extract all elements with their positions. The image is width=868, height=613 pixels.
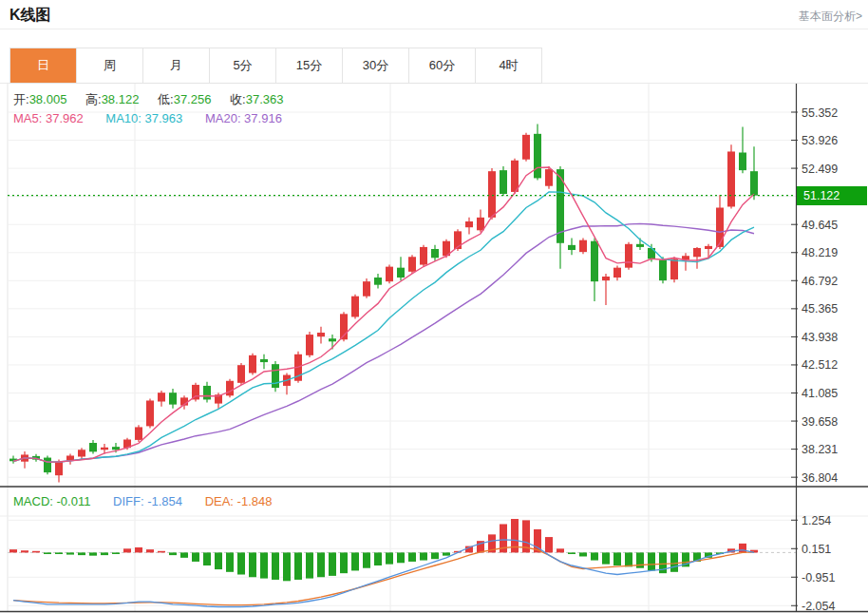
candle[interactable] [659,257,667,283]
candle[interactable] [9,455,17,463]
macd-bar [55,552,63,554]
macd-bar [557,548,564,552]
candle[interactable] [591,239,598,301]
candle[interactable] [420,245,427,267]
candle[interactable] [397,257,405,280]
candle[interactable] [169,389,177,409]
candle[interactable] [363,278,370,298]
ohlc-legend: 开:38.005 高:38.122 低:37.256 收:37.363 [13,91,298,108]
macd-bar [613,552,621,565]
candle[interactable] [625,242,632,270]
tab-15min[interactable]: 15分 [276,48,343,83]
ma20-line [13,223,754,462]
candle[interactable] [534,124,541,180]
tab-day[interactable]: 日 [10,48,77,83]
candle[interactable] [146,398,154,428]
tab-30min[interactable]: 30分 [343,48,409,83]
macd-bar [443,552,450,555]
price-tick-label: 46.792 [802,275,838,288]
tab-week[interactable]: 周 [77,48,143,83]
candle[interactable] [431,245,439,261]
candle[interactable] [465,218,473,235]
candle[interactable] [226,379,234,398]
candle[interactable] [21,451,28,469]
candle[interactable] [237,363,245,385]
candle[interactable] [306,332,313,357]
macd-tick-label: -2.054 [802,600,835,613]
macd-bar [135,547,142,552]
macd-bar [397,552,405,563]
candle[interactable] [454,229,462,251]
open-label: 开: [13,92,29,106]
candle[interactable] [283,373,291,394]
macd-bar [648,552,655,570]
candle[interactable] [260,354,268,370]
macd-bar [602,552,610,564]
candle[interactable] [522,133,530,162]
candle[interactable] [374,274,382,289]
macd-bar [249,552,256,577]
price-tick-label: 41.085 [802,387,838,400]
high-label: 高: [85,92,102,106]
candle[interactable] [739,127,746,174]
candle[interactable] [55,460,63,483]
candle[interactable] [613,266,621,281]
macd-bar [21,550,28,552]
price-tick-label: 55.352 [802,106,838,120]
candle[interactable] [317,327,325,344]
macd-bar [260,552,268,578]
candle[interactable] [66,453,74,464]
macd-bar [351,552,359,570]
tab-5min[interactable]: 5分 [210,48,276,83]
macd-bar [9,549,17,552]
ma5-line [13,167,754,462]
candle[interactable] [272,361,279,392]
macd-bar [89,552,97,555]
macd-bar [625,552,632,566]
candle[interactable] [89,440,97,453]
macd-bar [123,548,131,552]
candle[interactable] [750,146,758,200]
candle[interactable] [408,255,416,274]
ma-legend: MA5: 37.962 MA10: 37.963 MA20: 37.916 [13,111,282,125]
macd-bar [579,552,587,556]
macd-tick-label: 1.254 [802,514,831,527]
macd-bar [408,552,416,562]
candle[interactable] [500,166,507,196]
macd-bar [294,552,302,580]
macd-bar [329,552,336,575]
macd-bar [431,552,439,559]
candle[interactable] [135,425,142,442]
macd-bar [283,552,291,581]
macd-bar [66,552,74,554]
candle[interactable] [693,247,701,269]
candle[interactable] [203,382,211,403]
diff-readout: DIFF: -1.854 [113,494,182,508]
candle[interactable] [488,168,496,220]
tab-month[interactable]: 月 [143,48,210,83]
macd-bar [340,552,348,573]
candle[interactable] [602,274,610,305]
macd-bar [101,552,108,555]
title-bar [0,0,868,29]
tab-60min[interactable]: 60分 [409,48,476,83]
tab-4hour[interactable]: 4时 [476,48,541,83]
price-tick-label: 43.938 [802,331,838,344]
candle[interactable] [158,391,165,407]
candle[interactable] [44,455,51,474]
macd-bar [215,552,222,569]
candle[interactable] [443,239,450,259]
candle[interactable] [249,354,256,375]
close-label: 收: [230,92,246,106]
open-value: 38.005 [29,92,67,106]
candle[interactable] [716,195,724,249]
candle[interactable] [727,144,735,208]
low-label: 低: [158,92,174,106]
ma5-readout: MA5: 37.962 [13,111,84,125]
candle[interactable] [340,312,348,341]
candle[interactable] [386,265,393,284]
candle[interactable] [579,239,587,255]
price-tick-label: 36.804 [802,471,838,485]
candle[interactable] [351,295,359,319]
macd-bar [44,552,51,554]
